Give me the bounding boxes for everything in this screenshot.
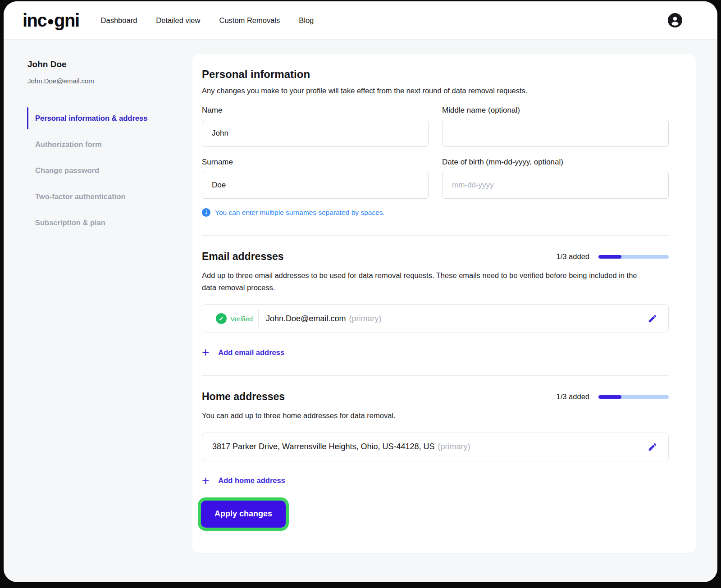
name-label: Name — [202, 106, 429, 115]
add-home-label: Add home address — [218, 476, 285, 485]
nav-link-custom-removals[interactable]: Custom Removals — [216, 13, 283, 28]
incogni-logo[interactable]: inc●gni — [23, 10, 79, 31]
email-section-header: Email addresses 1/3 added — [202, 251, 669, 263]
home-section-description: You can add up to three home addresses f… — [202, 410, 648, 422]
sidebar-nav: Personal information & address Authoriza… — [24, 106, 192, 235]
add-home-address-button[interactable]: + Add home address — [202, 476, 285, 485]
section-divider-2 — [202, 375, 669, 376]
email-quota-label: 1/3 added — [557, 252, 589, 261]
email-progress-fill — [598, 255, 621, 259]
settings-card: Personal information Any changes you mak… — [192, 55, 696, 553]
edit-home-address-pencil-icon[interactable] — [648, 442, 657, 452]
dob-input[interactable] — [442, 172, 669, 199]
surname-hint-text: You can enter multiple surnames separate… — [215, 209, 385, 217]
profile-email: John.Doe@email.com — [27, 77, 192, 85]
sidebar-divider — [27, 97, 177, 97]
edit-email-pencil-icon[interactable] — [648, 314, 657, 324]
dob-label: Date of birth (mm-dd-yyyy, optional) — [442, 158, 669, 167]
logo-text-pre: inc — [23, 10, 46, 31]
plus-icon: + — [202, 476, 209, 485]
add-email-label: Add email address — [218, 348, 284, 357]
apply-changes-button[interactable]: Apply changes — [201, 501, 286, 528]
nav-link-detailed-view[interactable]: Detailed view — [153, 13, 203, 28]
surname-hint: i You can enter multiple surnames separa… — [202, 208, 669, 217]
nav-link-blog[interactable]: Blog — [296, 13, 316, 28]
verified-label: Verified — [230, 315, 253, 323]
email-quota: 1/3 added — [557, 252, 669, 261]
app-window: inc●gni Dashboard Detailed view Custom R… — [4, 1, 717, 582]
email-row: ✓ Verified John.Doe@email.com (primary) — [202, 304, 669, 333]
home-quota-label: 1/3 added — [557, 392, 589, 401]
content-area: John Doe John.Doe@email.com Personal inf… — [4, 40, 717, 553]
home-progress-fill — [598, 395, 621, 399]
personal-information-description: Any changes you make to your profile wil… — [202, 87, 669, 95]
home-addresses-title: Home addresses — [202, 391, 285, 403]
home-progress-bar — [598, 395, 669, 399]
profile-name: John Doe — [27, 59, 192, 69]
email-section-description: Add up to three email addresses to be us… — [202, 269, 648, 294]
sidebar-item-personal-information[interactable]: Personal information & address — [24, 106, 192, 130]
home-quota: 1/3 added — [557, 392, 669, 401]
name-row: Name Middle name (optional) — [202, 106, 669, 147]
home-address-value: 3817 Parker Drive, Warrensville Heights,… — [212, 442, 435, 451]
surname-input[interactable] — [202, 172, 429, 199]
sidebar-item-subscription-plan[interactable]: Subscription & plan — [24, 211, 192, 235]
settings-sidebar: John Doe John.Doe@email.com Personal inf… — [4, 40, 192, 237]
home-section-header: Home addresses 1/3 added — [202, 391, 669, 403]
logo-text-post: gni — [54, 10, 79, 31]
section-divider — [202, 235, 669, 236]
main-panel: Personal information Any changes you mak… — [192, 55, 696, 553]
surname-label: Surname — [202, 158, 429, 167]
info-icon: i — [202, 208, 210, 217]
verified-check-icon: ✓ — [216, 313, 227, 324]
highlight-ring: Apply changes — [198, 497, 289, 531]
apply-changes-area: Apply changes — [198, 497, 669, 531]
email-primary-tag: (primary) — [349, 314, 381, 324]
nav-links: Dashboard Detailed view Custom Removals … — [98, 13, 317, 28]
email-address-value: John.Doe@email.com — [266, 314, 346, 324]
active-indicator — [27, 107, 28, 129]
sidebar-item-authorization-form[interactable]: Authorization form — [24, 132, 192, 156]
home-primary-tag: (primary) — [438, 442, 470, 451]
sidebar-item-change-password[interactable]: Change password — [24, 159, 192, 182]
email-progress-bar — [598, 255, 669, 259]
middle-name-input[interactable] — [442, 120, 669, 147]
sidebar-item-two-factor[interactable]: Two-factor authentication — [24, 185, 192, 209]
email-addresses-title: Email addresses — [202, 251, 284, 263]
name-input[interactable] — [202, 120, 429, 147]
top-navbar: inc●gni Dashboard Detailed view Custom R… — [4, 1, 717, 40]
plus-icon: + — [202, 348, 209, 357]
logo-dot-icon: ● — [47, 14, 54, 28]
nav-link-dashboard[interactable]: Dashboard — [98, 13, 140, 28]
home-address-row: 3817 Parker Drive, Warrensville Heights,… — [202, 433, 669, 461]
middle-name-label: Middle name (optional) — [442, 106, 669, 115]
row-divider — [258, 310, 259, 328]
surname-row: Surname Date of birth (mm-dd-yyyy, optio… — [202, 158, 669, 199]
account-avatar-icon[interactable] — [668, 13, 682, 27]
add-email-address-button[interactable]: + Add email address — [202, 348, 284, 357]
verified-badge: ✓ Verified — [216, 313, 253, 324]
personal-information-title: Personal information — [202, 68, 669, 81]
